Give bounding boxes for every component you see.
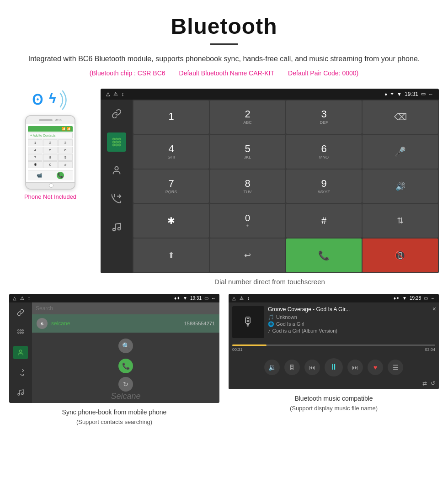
phonebook-caption: Sync phone-book from mobile phone (Suppo… — [58, 408, 171, 427]
phone-top-bar: M310 — [26, 116, 75, 124]
phone-call-btn[interactable]: 📞 — [57, 172, 64, 179]
dial-key-transfer[interactable]: ⇅ — [363, 204, 438, 238]
pb-sidebar-contacts[interactable] — [13, 346, 28, 360]
phone-key-4[interactable]: 4 — [28, 147, 43, 154]
music-extra-controls: ⇄ ↺ — [229, 380, 439, 389]
dial-key-mute[interactable]: 🎤 — [363, 135, 438, 169]
phonebook-status-bar: △ ⚠ ↕ ♦✦ ▼ 19:31 ▭ ← — [9, 294, 219, 302]
phonebook-caption-sub: (Support contacts searching) — [76, 419, 152, 425]
seicane-watermark: Seicane — [111, 392, 140, 401]
phone-key-star[interactable]: ✱ — [28, 161, 43, 168]
equalizer-btn[interactable]: 🎛 — [284, 360, 300, 375]
music-header: 🎙 Groove Coverage - God Is A Gir... 🎵 Un… — [229, 302, 439, 342]
next-btn[interactable]: ⏭ — [347, 360, 363, 375]
pb-sidebar-transfer[interactable] — [13, 366, 28, 379]
dial-key-call[interactable]: 📞 — [286, 238, 362, 272]
back-icon[interactable]: ← — [428, 91, 433, 97]
dial-key-merge-down[interactable]: ↩ — [210, 238, 285, 272]
playlist-btn[interactable]: ☰ — [388, 360, 403, 375]
phonebook-sidebar — [9, 302, 32, 403]
dial-key-volume[interactable]: 🔊 — [363, 170, 438, 203]
phone-home-btn[interactable] — [26, 182, 75, 189]
music-meta-1: 🎵 Unknown — [268, 314, 435, 320]
phone-key-2[interactable]: 2 — [43, 139, 58, 146]
dial-key-hash[interactable]: # — [286, 204, 362, 238]
dial-key-star[interactable]: ✱ — [133, 204, 209, 238]
svg-point-12 — [118, 228, 121, 230]
music-close-btn[interactable]: × — [432, 305, 436, 313]
dial-key-6[interactable]: 6MNO — [286, 135, 362, 169]
pb-warn-icon: ⚠ — [20, 296, 24, 301]
pb-sidebar-music[interactable] — [13, 386, 28, 399]
favorite-btn[interactable]: ♥ — [368, 360, 383, 375]
car-screen-caption: Dial number direct from touchscreen — [101, 273, 439, 289]
svg-point-21 — [21, 392, 23, 394]
pb-sidebar-dialpad[interactable] — [13, 326, 28, 339]
dial-key-backspace[interactable]: ⌫ — [363, 101, 438, 134]
phone-video-btn[interactable]: 📹 — [37, 173, 42, 178]
dial-key-8[interactable]: 8TUV — [210, 170, 285, 203]
dial-key-4[interactable]: 4GHI — [133, 135, 209, 169]
contact-number: 15885554271 — [184, 321, 215, 326]
phone-key-3[interactable]: 3 — [58, 139, 73, 146]
sidebar-item-transfer[interactable] — [107, 189, 126, 208]
sidebar-item-dialpad[interactable] — [107, 132, 126, 152]
play-pause-btn[interactable]: ⏸ — [325, 358, 343, 376]
dial-key-5[interactable]: 5JKL — [210, 135, 285, 169]
wifi-icon: ▼ — [397, 91, 402, 97]
warning-icon: ⚠ — [113, 91, 118, 97]
shuffle-btn[interactable]: ⇄ — [422, 380, 427, 387]
page-title: Bluetooth — [27, 14, 421, 39]
sidebar-item-contacts[interactable] — [107, 161, 126, 180]
music-info: Groove Coverage - God Is A Gir... 🎵 Unkn… — [268, 306, 435, 334]
pb-sidebar-link[interactable] — [13, 306, 28, 320]
header-specs: (Bluetooth chip : CSR BC6 Default Blueto… — [27, 69, 421, 77]
dial-key-0[interactable]: 0+ — [210, 204, 285, 238]
pb-back-icon[interactable]: ← — [211, 296, 216, 301]
bluetooth-wave: ʘ ϟ — [32, 89, 69, 111]
refresh-btn[interactable]: ↻ — [118, 377, 133, 392]
music-controls: 🔉 🎛 ⏮ ⏸ ⏭ ♥ ☰ — [229, 355, 439, 380]
phone-key-hash[interactable]: # — [58, 161, 73, 168]
phone-key-1[interactable]: 1 — [28, 139, 43, 146]
phonebook-content: s seicane 15885554271 🔍 📞 ↻ Seicane — [9, 302, 219, 403]
phone-key-0[interactable]: 0 — [43, 161, 58, 168]
phone-key-5[interactable]: 5 — [43, 147, 58, 154]
sidebar-item-link[interactable] — [107, 104, 126, 123]
music-caption-sub: (Support display music file name) — [290, 405, 378, 412]
phone-key-8[interactable]: 8 — [43, 154, 58, 161]
svg-rect-2 — [116, 138, 117, 140]
search-btn[interactable]: 🔍 — [118, 339, 133, 353]
call-contact-btn[interactable]: 📞 — [118, 359, 133, 373]
music-caption: Bluetooth music compatible (Support disp… — [285, 394, 382, 413]
music-main: 🎙 Groove Coverage - God Is A Gir... 🎵 Un… — [229, 302, 439, 389]
music-meta-2: 🌐 God Is a Girl — [268, 321, 435, 327]
dial-key-7[interactable]: 7PQRS — [133, 170, 209, 203]
contact-avatar: s — [37, 318, 48, 329]
volume-btn[interactable]: 🔉 — [264, 360, 280, 375]
svg-rect-4 — [113, 141, 115, 143]
sidebar-item-music[interactable] — [107, 217, 126, 237]
dial-key-merge-up[interactable]: ⬆ — [133, 238, 209, 272]
phone-key-6[interactable]: 6 — [58, 147, 73, 154]
phonebook-search-input[interactable] — [36, 305, 216, 312]
dial-key-2[interactable]: 2ABC — [210, 101, 285, 134]
ms-back-icon[interactable]: ← — [431, 296, 435, 301]
music-meta-label-2: God Is a Girl — [276, 321, 304, 327]
phone-key-7[interactable]: 7 — [28, 154, 43, 161]
repeat-btn[interactable]: ↺ — [431, 380, 435, 387]
prev-btn[interactable]: ⏮ — [304, 360, 320, 375]
phone-key-9[interactable]: 9 — [58, 154, 73, 161]
dial-key-9[interactable]: 9WXYZ — [286, 170, 362, 203]
bt-wave-icon: ϟ — [46, 89, 69, 111]
clock: 19:31 — [405, 91, 418, 97]
phonebook-search-bar — [32, 302, 219, 314]
dial-key-end[interactable]: 📵 — [363, 238, 438, 272]
phone-model: M310 — [54, 119, 61, 122]
dial-key-1[interactable]: 1 — [133, 101, 209, 134]
phonebook-screen: △ ⚠ ↕ ♦✦ ▼ 19:31 ▭ ← — [9, 294, 219, 403]
contact-row[interactable]: s seicane 15885554271 — [32, 314, 219, 333]
pb-status-left: △ ⚠ ↕ — [13, 296, 30, 301]
music-track-title: Groove Coverage - God Is A Gir... — [268, 306, 435, 313]
dial-key-3[interactable]: 3DEF — [286, 101, 362, 134]
